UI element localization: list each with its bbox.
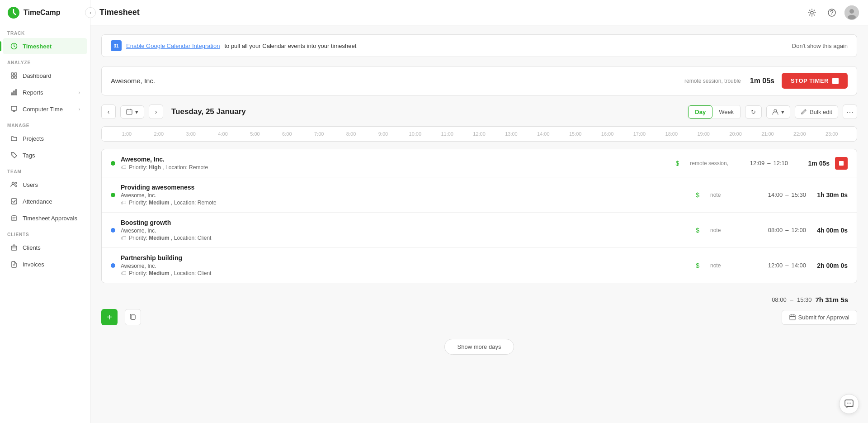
chevron-right-icon-2: › (79, 107, 80, 112)
chevron-down-icon: ▾ (781, 109, 784, 115)
topbar-actions (805, 5, 859, 20)
banner-link[interactable]: Enable Google Calendar Integration (126, 43, 220, 49)
entry-time-range: 12:09 – 12:10 (734, 160, 788, 166)
entry-priority-label: Priority: Medium , Location: Client (129, 270, 211, 276)
show-more-section: Show more days (101, 334, 857, 359)
section-label-track: TRACK (0, 25, 90, 38)
sidebar-item-computer-time[interactable]: Computer Time › (3, 101, 87, 117)
next-day-button[interactable]: › (149, 105, 163, 119)
copy-button[interactable] (125, 309, 141, 325)
timeline-hour-label: 9:00 (367, 131, 399, 137)
timeline-hour-label: 23:00 (816, 131, 848, 137)
stop-square-icon (839, 161, 844, 166)
week-view-button[interactable]: Week (712, 105, 740, 119)
entry-time-range: 08:00 – 12:00 (752, 227, 806, 233)
table-row: Partnership building Awesome, Inc. 🏷 Pri… (102, 248, 857, 283)
billing-icon: $ (696, 262, 699, 269)
timeline-hour-label: 12:00 (463, 131, 495, 137)
svg-point-29 (850, 403, 851, 404)
briefcase-icon (10, 243, 18, 252)
current-date-label: Tuesday, 25 January (168, 107, 683, 116)
entry-dash: – (767, 160, 770, 166)
sidebar-item-label-computer-time: Computer Time (23, 106, 63, 113)
submit-approval-button[interactable]: Submit for Approval (782, 310, 857, 325)
entry-stop-button[interactable] (835, 157, 848, 170)
view-toggle: Day Week (688, 105, 741, 119)
clock-icon (10, 42, 18, 50)
sidebar-item-label-users: Users (23, 181, 38, 188)
timer-project-name: Awesome, Inc. (111, 77, 684, 85)
entry-start: 14:00 (768, 191, 783, 198)
timeline-hour-label: 3:00 (175, 131, 207, 137)
entry-duration: 4h 00m 0s (811, 227, 848, 234)
svg-point-28 (849, 403, 849, 404)
sidebar-item-attendance[interactable]: Attendance (3, 193, 87, 209)
bulk-edit-icon (801, 109, 807, 115)
entry-end: 12:10 (773, 160, 788, 166)
add-entry-button[interactable]: + (101, 309, 118, 325)
sidebar-item-timesheet[interactable]: Timesheet (3, 38, 87, 54)
sidebar-section-analyze: ANALYZE Dashboard Reports › Computer Tim… (0, 55, 90, 118)
entry-main-info: Partnership building Awesome, Inc. 🏷 Pri… (121, 254, 685, 276)
svg-point-18 (831, 14, 832, 15)
section-label-analyze: ANALYZE (0, 55, 90, 67)
day-view-button[interactable]: Day (688, 105, 712, 119)
help-button[interactable] (825, 5, 839, 20)
timeline-hour-label: 1:00 (111, 131, 143, 137)
entry-meta: 🏷 Priority: High , Location: Remote (121, 164, 665, 171)
stop-timer-button[interactable]: STOP TIMER (782, 73, 848, 89)
entry-time-range: 12:00 – 14:00 (752, 262, 806, 269)
section-label-clients: CLIENTS (0, 227, 90, 239)
timeline-hour-label: 15:00 (559, 131, 591, 137)
chat-support-button[interactable] (839, 394, 859, 414)
date-picker-button[interactable]: ▾ (120, 105, 144, 119)
banner-dismiss-button[interactable]: Don't show this again (792, 43, 848, 49)
timeline-hour-label: 22:00 (783, 131, 816, 137)
plus-icon: + (107, 312, 112, 323)
calendar-check-icon (789, 314, 796, 320)
billing-icon: $ (676, 160, 679, 167)
entry-status-dot (111, 161, 115, 166)
timeline-hour-label: 13:00 (495, 131, 528, 137)
sidebar-item-projects[interactable]: Projects (3, 130, 87, 147)
prev-day-button[interactable]: ‹ (101, 105, 116, 119)
entry-status-dot (111, 263, 115, 268)
more-options-button[interactable]: ⋯ (843, 105, 857, 119)
google-calendar-banner: 31 Enable Google Calendar Integration to… (101, 34, 857, 57)
sidebar-item-tags[interactable]: Tags (3, 147, 87, 163)
entry-meta: Awesome, Inc. 🏷 Priority: Medium , Locat… (121, 228, 685, 241)
timeline-hour-label: 16:00 (591, 131, 623, 137)
svg-rect-13 (11, 199, 17, 204)
bulk-edit-button[interactable]: Bulk edit (795, 105, 838, 119)
entry-end: 12:00 (791, 227, 806, 233)
table-row: Awesome, Inc. 🏷 Priority: High , Locatio… (102, 149, 857, 177)
entry-time-range: 14:00 – 15:30 (752, 191, 806, 198)
user-filter-button[interactable]: ▾ (766, 105, 790, 119)
entry-dash: – (785, 227, 788, 233)
chevron-right-icon: › (79, 90, 80, 95)
billing-icon: $ (696, 227, 699, 234)
refresh-button[interactable]: ↻ (745, 105, 762, 119)
sidebar-item-dashboard[interactable]: Dashboard (3, 67, 87, 84)
sidebar-item-timesheet-approvals[interactable]: Timesheet Approvals (3, 210, 87, 226)
tag-icon: 🏷 (121, 164, 126, 171)
svg-rect-4 (11, 76, 14, 78)
timeline-hour-label: 19:00 (688, 131, 720, 137)
bottom-actions: + Submit for Approval (101, 309, 857, 325)
sidebar-collapse-button[interactable]: ‹ (85, 7, 96, 18)
entry-start: 12:00 (768, 262, 783, 269)
entry-duration: 1m 05s (793, 160, 830, 167)
sidebar-item-reports[interactable]: Reports › (3, 84, 87, 100)
chat-icon (844, 399, 854, 409)
timeline-hour-label: 14:00 (527, 131, 559, 137)
sidebar-item-users[interactable]: Users (3, 176, 87, 193)
page-title: Timesheet (99, 8, 797, 17)
sidebar-item-invoices[interactable]: Invoices (3, 256, 87, 272)
tag-icon-2: 🏷 (121, 200, 126, 206)
sidebar-item-clients[interactable]: Clients (3, 239, 87, 256)
settings-button[interactable] (805, 5, 819, 20)
user-avatar[interactable] (844, 5, 859, 20)
timeline-hour-label: 4:00 (207, 131, 239, 137)
show-more-button[interactable]: Show more days (444, 339, 514, 355)
timeline-hour-label: 18:00 (656, 131, 688, 137)
